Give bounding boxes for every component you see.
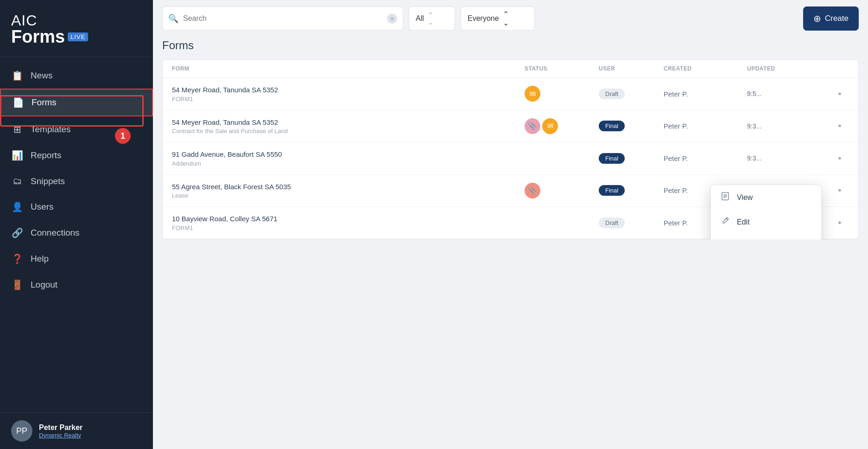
row-menu-button-5[interactable]: • — [830, 218, 849, 228]
search-icon: 🔍 — [168, 13, 178, 24]
sidebar-item-snippets[interactable]: 🗂 Snippets — [0, 168, 153, 194]
form-address-3: 91 Gadd Avenue, Beaufort SA 5550 — [172, 150, 525, 159]
form-user-3: Peter P. — [664, 154, 747, 162]
logout-icon: 🚪 — [11, 279, 23, 290]
form-created-2: 9:3... — [747, 122, 830, 130]
attachment-icon-2: 📎 — [525, 118, 540, 134]
form-user-1: Peter P. — [664, 90, 747, 98]
user-profile: PP Peter Parker Dynamic Realty — [0, 412, 153, 449]
create-plus-icon: ⊕ — [813, 13, 821, 24]
annotation-badge-1: 1 — [115, 128, 131, 144]
sidebar-item-forms[interactable]: 📄 Forms — [0, 89, 153, 116]
search-box[interactable]: 🔍 ✕ — [162, 6, 403, 31]
app-logo: AIC Forms LIVE — [0, 0, 153, 57]
sidebar-item-news[interactable]: 📋 News — [0, 63, 153, 89]
row-menu-button-3[interactable]: • — [830, 153, 849, 164]
form-status-cell-5: Draft — [599, 218, 664, 228]
col-created: CREATED — [664, 65, 747, 72]
search-input[interactable] — [183, 14, 382, 23]
table-row: 54 Meyer Road, Tanunda SA 5352 Contract … — [163, 110, 858, 143]
form-user-2: Peter P. — [664, 122, 747, 130]
form-status-cell-2: Final — [599, 121, 664, 131]
forms-icon: 📄 — [12, 97, 24, 108]
form-status-cell-1: Draft — [599, 89, 664, 99]
avatar: PP — [11, 420, 32, 442]
nav-label-help: Help — [31, 254, 49, 264]
logo-forms: Forms — [11, 28, 65, 45]
users-icon: 👤 — [11, 201, 23, 212]
news-icon: 📋 — [11, 70, 23, 81]
col-updated: UPDATED — [747, 65, 830, 72]
menu-item-view[interactable]: View — [711, 185, 821, 210]
page-title: Forms — [162, 37, 859, 52]
forms-container: Forms FORM STATUS USER CREATED UPDATED 5… — [153, 37, 868, 449]
create-label: Create — [825, 14, 849, 23]
status-badge-3: Final — [599, 153, 625, 164]
row-menu-button-4[interactable]: • — [830, 185, 849, 196]
menu-item-download[interactable]: Download — [711, 234, 821, 239]
form-address-1: 54 Meyer Road, Tanunda SA 5352 — [172, 85, 525, 95]
form-info-1: 54 Meyer Road, Tanunda SA 5352 FORM1 — [172, 85, 525, 103]
everyone-value: Everyone — [468, 14, 499, 23]
form-status-cell-3: Final — [599, 153, 664, 164]
sidebar-item-connections[interactable]: 🔗 Connections — [0, 220, 153, 246]
nav-label-users: Users — [31, 202, 54, 212]
help-icon: ❓ — [11, 253, 23, 264]
main-content: 🔍 ✕ All ⌃⌄ Everyone ⌃⌄ ⊕ Create Forms FO… — [153, 0, 868, 449]
user-company[interactable]: Dynamic Realty — [39, 432, 82, 439]
sidebar-nav: 📋 News 📄 Forms ⊞ Templates 📊 Reports 🗂 S… — [0, 57, 153, 412]
context-menu: View Edit Download — [710, 185, 822, 239]
user-name: Peter Parker — [39, 423, 82, 432]
toolbar: 🔍 ✕ All ⌃⌄ Everyone ⌃⌄ ⊕ Create — [153, 0, 868, 37]
col-status: STATUS — [525, 65, 599, 72]
table-row: 91 Gadd Avenue, Beaufort SA 5550 Addendu… — [163, 142, 858, 175]
menu-item-edit[interactable]: Edit — [711, 210, 821, 234]
row-menu-button-2[interactable]: • — [830, 121, 849, 131]
logo-aic: AIC — [11, 13, 142, 28]
email-icon-2: ✉ — [542, 118, 558, 134]
status-badge-1: Draft — [599, 89, 625, 99]
filter-value: All — [416, 14, 424, 23]
attachment-icon-4: 📎 — [525, 183, 540, 199]
form-subtitle-3: Addendum — [172, 160, 525, 167]
nav-label-connections: Connections — [31, 228, 80, 238]
menu-label-edit: Edit — [737, 218, 750, 226]
form-icons-2: 📎 ✉ — [525, 118, 599, 134]
create-button[interactable]: ⊕ Create — [803, 6, 859, 31]
form-subtitle-4: Lease — [172, 192, 525, 199]
sidebar-item-help[interactable]: ❓ Help — [0, 246, 153, 272]
form-address-2: 54 Meyer Road, Tanunda SA 5352 — [172, 118, 525, 127]
filter-dropdown[interactable]: All ⌃⌄ — [409, 6, 455, 31]
row-menu-button-1[interactable]: • — [830, 89, 849, 99]
form-info-5: 10 Bayview Road, Colley SA 5671 FORM1 — [172, 214, 525, 231]
table-header: FORM STATUS USER CREATED UPDATED — [163, 60, 858, 78]
form-address-5: 10 Bayview Road, Colley SA 5671 — [172, 214, 525, 224]
sidebar-item-logout[interactable]: 🚪 Logout — [0, 272, 153, 298]
form-subtitle-2: Contract for the Sale and Purchase of La… — [172, 128, 525, 135]
email-icon-1: ✉ — [525, 86, 540, 102]
form-subtitle-1: FORM1 — [172, 96, 525, 103]
form-info-4: 55 Agrea Street, Black Forest SA 5035 Le… — [172, 182, 525, 199]
nav-label-reports: Reports — [31, 150, 62, 160]
form-created-1: 9:5... — [747, 90, 830, 97]
sidebar-item-users[interactable]: 👤 Users — [0, 194, 153, 220]
form-icons-1: ✉ — [525, 86, 599, 102]
table-row: 54 Meyer Road, Tanunda SA 5352 FORM1 ✉ D… — [163, 78, 858, 110]
col-form: FORM — [172, 65, 525, 72]
nav-label-templates: Templates — [31, 124, 71, 135]
nav-label-forms: Forms — [32, 97, 57, 108]
filter-arrow-icon: ⌃⌄ — [428, 11, 433, 26]
everyone-dropdown[interactable]: Everyone ⌃⌄ — [461, 6, 535, 31]
templates-icon: ⊞ — [11, 124, 23, 135]
sidebar: AIC Forms LIVE 1 📋 News 📄 Forms ⊞ Templa… — [0, 0, 153, 449]
status-badge-2: Final — [599, 121, 625, 131]
reports-icon: 📊 — [11, 150, 23, 161]
col-user: USER — [599, 65, 664, 72]
nav-label-logout: Logout — [31, 280, 57, 290]
form-address-4: 55 Agrea Street, Black Forest SA 5035 — [172, 182, 525, 192]
search-clear-button[interactable]: ✕ — [387, 13, 397, 24]
sidebar-item-reports[interactable]: 📊 Reports — [0, 142, 153, 168]
status-badge-4: Final — [599, 185, 625, 196]
table-wrapper: FORM STATUS USER CREATED UPDATED 54 Meye… — [162, 59, 859, 239]
status-badge-5: Draft — [599, 218, 625, 228]
